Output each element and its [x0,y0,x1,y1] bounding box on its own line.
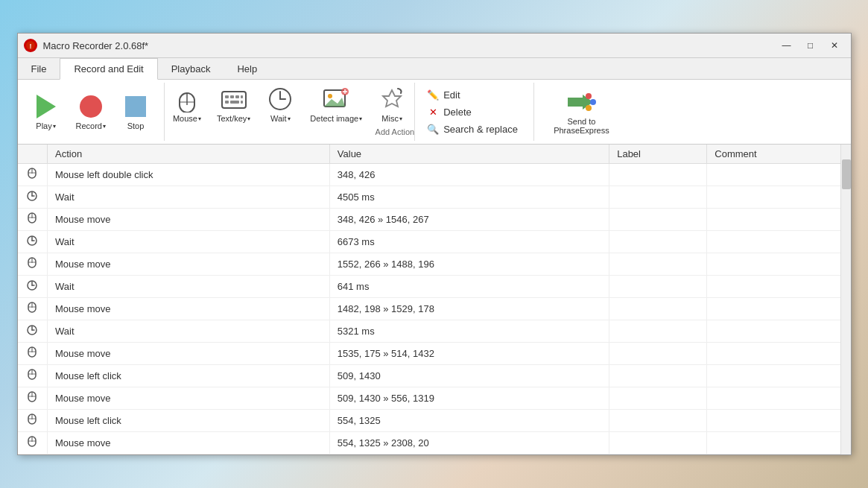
svg-marker-18 [324,98,345,107]
svg-point-24 [590,99,596,105]
col-value: Value [329,145,609,164]
table-container: Action Value Label Comment Mouse left do… [18,145,851,454]
table-row[interactable]: Mouse move1482, 198 » 1529, 178 [18,298,851,320]
misc-label: Misc [381,114,399,123]
row-label [609,410,707,432]
main-window: ! Macro Recorder 2.0.68f* — □ ✕ File Rec… [17,33,852,455]
content-area: Action Value Label Comment Mouse left do… [18,145,851,454]
mouse-row-icon [26,168,38,180]
delete-label: Delete [443,107,472,118]
misc-button[interactable]: Misc ▾ [370,83,414,126]
row-icon-cell [18,387,48,410]
close-button[interactable]: ✕ [824,38,845,53]
delete-icon: ✕ [427,106,439,118]
phraseexpress-icon [566,89,596,115]
table-row[interactable]: Mouse move509, 1430 » 556, 1319 [18,387,851,410]
svg-rect-11 [230,101,239,104]
table-row[interactable]: Mouse move1552, 266 » 1488, 196 [18,253,851,276]
mouse-row-icon [26,257,38,269]
row-comment [707,298,850,320]
wait-arrow: ▾ [288,115,291,122]
wait-label: Wait [270,114,287,123]
row-icon-cell [18,343,48,365]
table-row[interactable]: Wait4505 ms [18,186,851,209]
textkey-button[interactable]: Text/key ▾ [209,83,258,126]
detect-image-button[interactable]: Detect image ▾ [302,83,370,126]
menu-playback[interactable]: Playback [158,58,224,79]
search-replace-button[interactable]: 🔍 Search & replace [424,121,525,136]
playback-controls-group: Play ▾ Record ▾ Stop [18,83,165,141]
table-row[interactable]: Wait641 ms [18,276,851,298]
send-to-phraseexpress-button[interactable]: Send to PhraseExpress [546,86,617,138]
mouse-row-icon [26,212,38,224]
row-label [609,320,707,343]
col-icon [18,145,48,164]
maximize-button[interactable]: □ [800,38,821,53]
row-icon-cell [18,432,48,454]
table-row[interactable]: Mouse left double click348, 426 [18,164,851,186]
stop-icon [121,93,151,120]
add-action-section: Mouse ▾ [165,83,415,141]
play-button[interactable]: Play ▾ [24,90,69,133]
table-row[interactable]: Mouse move554, 1325 » 2308, 20 [18,432,851,454]
title-bar: ! Macro Recorder 2.0.68f* — □ ✕ [18,34,851,58]
search-replace-label: Search & replace [443,124,518,135]
col-label: Label [609,145,707,164]
table-row[interactable]: Wait6673 ms [18,231,851,253]
scrollbar-thumb[interactable] [842,159,851,189]
play-arrow: ▾ [53,123,56,130]
table-row[interactable]: Mouse move1535, 175 » 514, 1432 [18,343,851,365]
mouse-row-icon [26,369,38,381]
row-comment [707,387,850,410]
mouse-arrow: ▾ [198,115,201,122]
row-comment [707,276,850,298]
table-row[interactable]: Mouse left click554, 1325 [18,410,851,432]
menu-record-edit[interactable]: Record and Edit [60,58,157,80]
row-icon-cell [18,365,48,387]
delete-button[interactable]: ✕ Delete [424,104,525,119]
textkey-icon [219,86,249,113]
menu-file[interactable]: File [18,58,60,79]
record-button[interactable]: Record ▾ [69,90,113,133]
mouse-row-icon [26,302,38,314]
table-row[interactable]: Mouse left click509, 1430 [18,365,851,387]
add-action-label: Add Action [376,126,415,139]
row-icon-cell [18,231,48,253]
col-comment: Comment [707,145,850,164]
wait-icon [265,86,295,113]
row-action: Mouse move [48,432,330,454]
wait-row-icon [26,324,38,336]
row-icon-cell [18,410,48,432]
row-icon-cell [18,186,48,209]
row-value: 348, 426 [329,164,609,186]
window-title: Macro Recorder 2.0.68f* [43,40,776,51]
row-action: Mouse move [48,253,330,276]
row-value: 1552, 266 » 1488, 196 [329,253,609,276]
edit-button[interactable]: ✏️ Edit [424,87,525,102]
wait-row-icon [26,279,38,291]
row-icon-cell [18,320,48,343]
stop-button[interactable]: Stop [113,90,158,133]
wait-button[interactable]: Wait ▾ [258,83,302,126]
minimize-button[interactable]: — [776,38,797,53]
mouse-button[interactable]: Mouse ▾ [165,83,209,126]
row-icon-cell [18,276,48,298]
scrollbar[interactable] [840,145,851,454]
row-value: 6673 ms [329,231,609,253]
mouse-row-icon [26,346,38,358]
table-row[interactable]: Wait5321 ms [18,320,851,343]
toolbar: Play ▾ Record ▾ Stop [18,80,851,145]
row-value: 4505 ms [329,186,609,209]
phraseexpress-group: Send to PhraseExpress [534,83,629,141]
mouse-icon [172,86,202,113]
record-arrow: ▾ [103,123,106,130]
menu-bar: File Record and Edit Playback Help [18,58,851,80]
row-value: 5321 ms [329,320,609,343]
app-icon: ! [24,39,37,52]
mouse-row-icon [26,436,38,448]
menu-help[interactable]: Help [224,58,270,79]
svg-rect-12 [241,101,243,104]
table-row[interactable]: Mouse move348, 426 » 1546, 267 [18,209,851,231]
row-value: 509, 1430 » 556, 1319 [329,387,609,410]
search-icon: 🔍 [427,123,439,135]
